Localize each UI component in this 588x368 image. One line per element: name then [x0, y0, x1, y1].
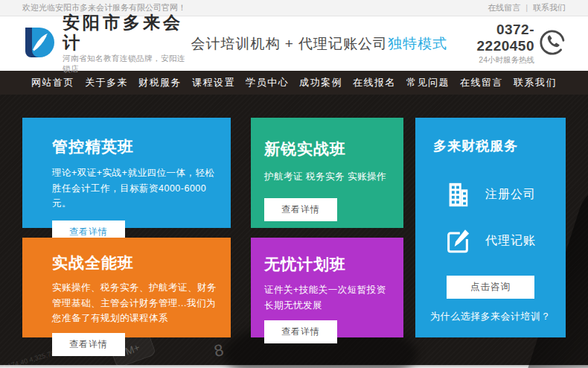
view-details-button[interactable]: 查看详情 — [52, 333, 125, 356]
divider: | — [525, 3, 528, 12]
background-numbers: 4,174,40 4,325,700 — [1, 347, 60, 368]
hotline: 0372-2220450 24小时服务热线 — [447, 22, 566, 66]
slogan-main: 会计培训机构 + 代理记账公司 — [191, 36, 388, 51]
nav-item-home[interactable]: 网站首页 — [31, 76, 74, 89]
nav-item-contact[interactable]: 联系我们 — [514, 76, 557, 89]
hotline-label: 24小时服务热线 — [447, 55, 534, 66]
service-panel: 多来财税服务 注册公司 — [415, 118, 566, 337]
topbar-link-contact[interactable]: 联系我们 — [533, 3, 566, 12]
nav-item-message[interactable]: 在线留言 — [460, 76, 503, 89]
course-title: 管控精英班 — [52, 136, 220, 157]
course-card-worryfree: 无忧计划班 证件关+技能关一次短暂投资 长期无忧发展 查看详情 — [251, 238, 403, 337]
nav-item-signup[interactable]: 在线报名 — [353, 76, 396, 89]
nav-item-students[interactable]: 学员中心 — [246, 76, 289, 89]
header: 安阳市多来会计 河南省知名教育连锁品牌，安阳连锁店 会计培训机构 + 代理记账公… — [0, 16, 588, 71]
course-title: 无忧计划班 — [264, 254, 392, 275]
phone-icon — [539, 29, 566, 59]
nav-item-cases[interactable]: 成功案例 — [299, 76, 342, 89]
hotline-number: 0372-2220450 — [447, 22, 534, 54]
course-title: 实战全能班 — [52, 253, 222, 273]
slogan-highlight: 独特模式 — [388, 36, 447, 51]
nav-item-about[interactable]: 关于多来 — [85, 76, 128, 89]
pencil-icon — [444, 226, 472, 255]
topbar-links: 在线留言|联系我们 — [488, 2, 566, 13]
nav-item-courses[interactable]: 课程设置 — [192, 76, 235, 89]
course-card-practical: 新锐实战班 护航考证 税务实务 实账操作 查看详情 — [251, 118, 403, 228]
brand-text: 安阳市多来会计 河南省知名教育连锁品牌，安阳连锁店 — [63, 13, 191, 74]
brand-logo[interactable]: 安阳市多来会计 河南省知名教育连锁品牌，安阳连锁店 — [22, 13, 191, 74]
hotline-text: 0372-2220450 24小时服务热线 — [447, 22, 534, 66]
course-desc: 护航考证 税务实务 实账操作 — [264, 169, 392, 185]
bottom-strip — [0, 365, 588, 368]
service-label: 注册公司 — [485, 187, 536, 203]
course-desc: 实账操作、税务实务、护航考证、财务管理基础、主管会计财务管理...我们为您准备了… — [52, 280, 222, 326]
panel-title: 多来财税服务 — [433, 137, 566, 155]
course-desc: 证件关+技能关一次短暂投资 长期无忧发展 — [264, 282, 392, 313]
view-details-button[interactable]: 查看详情 — [264, 320, 337, 343]
topbar-link-message[interactable]: 在线留言 — [488, 3, 520, 12]
page: 欢迎光临安阳市多来会计服务有限公司官网！ 在线留言|联系我们 安阳市多来会计 河… — [0, 0, 588, 368]
course-card-allround: 实战全能班 实账操作、税务实务、护航考证、财务管理基础、主管会计财务管理...我… — [22, 238, 231, 337]
brand-tagline: 河南省知名教育连锁品牌，安阳连锁店 — [63, 54, 191, 74]
service-item-bookkeeping[interactable]: 代理记账 — [444, 226, 566, 255]
service-item-register-company[interactable]: 注册公司 — [444, 180, 566, 209]
header-slogan: 会计培训机构 + 代理记账公司独特模式 — [191, 34, 447, 54]
nav-item-tax[interactable]: 财税服务 — [138, 76, 182, 89]
logo-icon — [22, 25, 57, 63]
consult-button[interactable]: 点击咨询 — [447, 276, 534, 299]
welcome-text: 欢迎光临安阳市多来会计服务有限公司官网！ — [22, 2, 186, 13]
course-card-elite: 管控精英班 理论+双证+实战+就业四位一体，轻松胜任会计工作，目标薪资4000-… — [22, 118, 231, 228]
main-content: M+ 8 4,174,40 4,325,700 管控精英班 理论+双证+实战+就… — [0, 95, 588, 365]
course-desc: 理论+双证+实战+就业四位一体，轻松胜任会计工作，目标薪资4000-6000元。 — [52, 165, 220, 212]
course-title: 新锐实战班 — [264, 139, 392, 159]
building-icon — [444, 180, 472, 209]
view-details-button[interactable]: 查看详情 — [264, 198, 337, 221]
panel-question-link[interactable]: 为什么选择多来会计培训？ — [415, 310, 566, 323]
nav-item-faq[interactable]: 常见问题 — [406, 76, 450, 89]
service-label: 代理记账 — [485, 233, 536, 249]
brand-name: 安阳市多来会计 — [63, 13, 191, 52]
